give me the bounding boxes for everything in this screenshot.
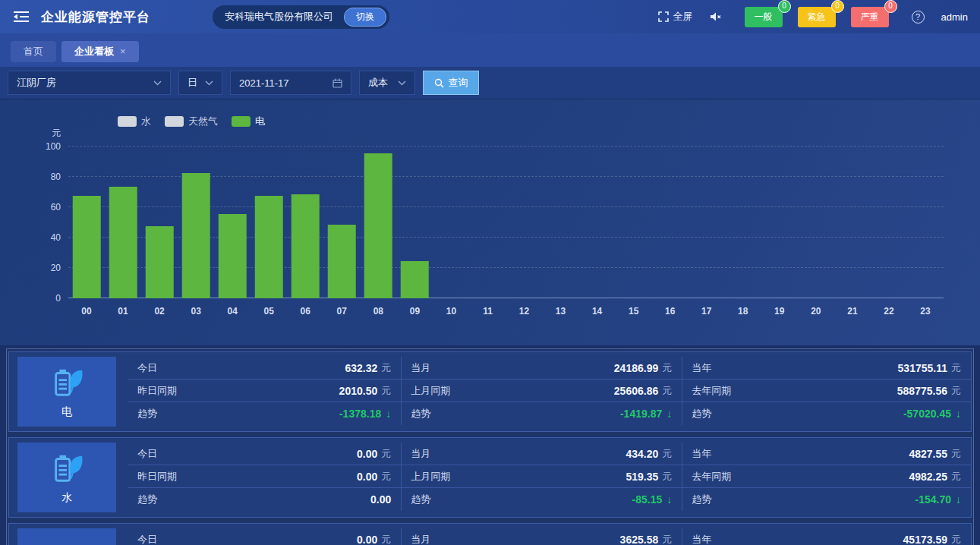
chart-slot: 10 [433,146,469,298]
legend-item-电[interactable]: 电 [232,115,265,128]
date-picker[interactable]: 2021-11-17 [230,71,351,95]
y-tick-label: 100 [0,141,61,152]
energy-data-table: 今日632.32元当月24186.99元当年531755.11元昨日同期2010… [128,357,971,425]
table-cell: 去年同期588775.56元 [682,380,971,402]
site-select[interactable]: 江阴厂房 [8,71,171,95]
chart-slot: 01 [105,146,141,298]
cell-value: -1378.18 [339,408,381,420]
cell-value: -57020.45 [903,408,951,420]
cell-value-group: 531755.11元 [898,361,961,375]
table-cell: 昨日同期0.00元 [128,465,401,488]
chart-slot: 23 [907,146,944,298]
help-icon[interactable]: ? [912,11,925,24]
cell-value: 45173.59 [903,534,947,545]
cell-value: 632.32 [345,362,377,374]
switch-company-button[interactable]: 切换 [344,8,386,27]
query-button[interactable]: 查询 [423,71,479,95]
cell-unit: 元 [381,447,391,461]
energy-block-电: 电今日632.32元当月24186.99元当年531755.11元昨日同期201… [8,351,972,432]
y-tick-label: 40 [0,232,61,243]
menu-fold-icon[interactable] [12,8,30,26]
site-select-value: 江阴厂房 [17,76,56,90]
legend-item-天然气[interactable]: 天然气 [165,115,218,128]
energy-icon-card: 水 [17,443,116,512]
energy-block: 今日0.00元当月3625.58元当年45173.59元 [8,523,972,545]
cell-value-group: -57020.45↓ [903,408,961,420]
table-cell: 今日0.00元 [128,443,401,465]
table-cell: 当月434.20元 [401,443,682,465]
bar-05 [255,196,283,298]
energy-data-table: 今日0.00元当月3625.58元当年45173.59元 [128,528,971,545]
cell-value: -1419.87 [620,408,662,420]
cell-value: 4982.25 [909,471,947,483]
chart-slot: 20 [798,146,834,298]
legend-item-水[interactable]: 水 [118,115,151,128]
chart-slot: 07 [323,146,360,298]
tab-close-icon[interactable]: × [120,46,126,57]
cell-label: 当年 [692,361,711,375]
chart-slot: 15 [616,146,652,298]
chart-slot: 09 [396,146,433,298]
table-cell: 趋势-154.70↓ [682,488,971,511]
alarm-count-badge: 0 [778,0,791,13]
cell-unit: 元 [662,361,672,375]
battery-leaf-icon [49,365,84,403]
energy-data-table: 今日0.00元当月434.20元当年4827.55元昨日同期0.00元上月同期5… [128,443,971,511]
company-selector: 安科瑞电气股份有限公司 切换 [213,5,389,29]
table-cell: 当月24186.99元 [401,357,682,380]
cell-value-group: -85.15↓ [632,493,673,506]
cell-value: 531755.11 [898,362,947,374]
cell-label: 当月 [411,533,430,545]
table-cell: 今日632.32元 [128,357,401,380]
cell-label: 去年同期 [692,384,731,398]
cell-label: 今日 [137,533,157,545]
bar-04 [219,214,247,298]
fullscreen-button[interactable]: 全屏 [658,10,693,24]
chart-slot: 05 [251,146,287,298]
table-cell: 去年同期4982.25元 [682,465,971,488]
fullscreen-icon [658,11,669,22]
chart-slot: 22 [871,146,907,298]
tab-首页[interactable]: 首页 [11,41,56,62]
cell-label: 今日 [137,447,157,461]
period-select[interactable]: 日 [178,71,222,95]
query-button-label: 查询 [449,76,468,90]
cell-unit: 元 [951,533,961,545]
cell-label: 当月 [411,447,430,461]
chevron-down-icon [205,80,213,86]
mute-button[interactable] [710,11,722,22]
cell-value-group: 4982.25元 [909,470,961,484]
cell-value: 4827.55 [909,448,947,460]
table-cell: 趋势0.00 [128,488,401,511]
alarm-button-严重[interactable]: 严重0 [851,7,889,27]
bar-08 [364,153,392,298]
chevron-down-icon [153,80,162,86]
speaker-muted-icon [710,11,722,22]
date-value: 2021-11-17 [239,77,289,89]
cell-value: 0.00 [370,493,391,506]
cell-unit: 元 [381,533,391,545]
tab-企业看板[interactable]: 企业看板× [61,41,139,62]
bar-03 [182,173,210,298]
tab-label: 首页 [24,45,43,58]
table-cell: 趋势-85.15↓ [401,488,682,511]
period-select-value: 日 [187,76,197,90]
cell-value: 0.00 [357,471,377,483]
cell-unit: 元 [951,384,961,398]
calendar-icon [332,78,342,88]
trend-down-icon: ↓ [956,493,961,506]
cell-label: 上月同期 [411,470,450,484]
alarm-button-紧急[interactable]: 紧急0 [798,7,836,27]
metric-select[interactable]: 成本 [359,71,415,95]
cell-value: 2010.50 [339,385,378,397]
table-cell: 趋势-57020.45↓ [682,402,971,425]
cell-label: 当年 [692,533,711,545]
cell-label: 上月同期 [411,384,450,398]
alarm-button-label: 严重 [861,11,879,22]
cell-value-group: 588775.56元 [897,384,961,398]
alarm-button-一般[interactable]: 一般0 [745,7,783,27]
table-cell: 当月3625.58元 [401,528,682,545]
trend-down-icon: ↓ [956,408,961,420]
energy-type-label: 电 [61,405,72,419]
chart-slot: 08 [360,146,396,298]
